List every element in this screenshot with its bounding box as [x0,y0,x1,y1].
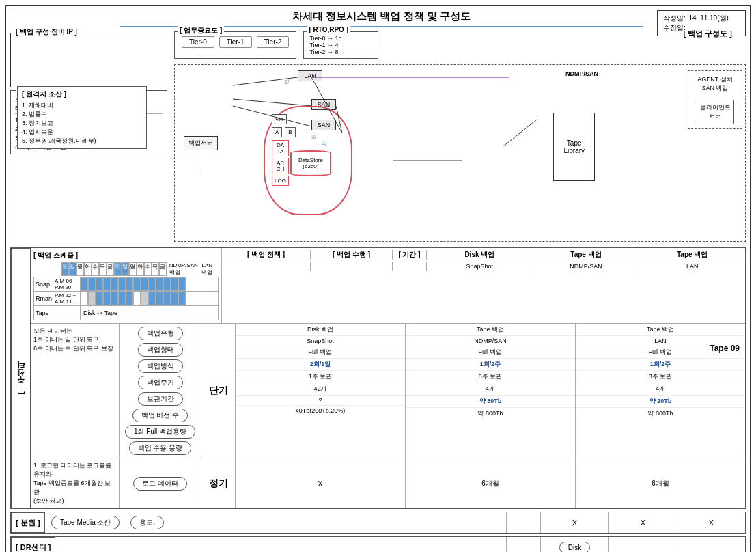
agent-label: AGENT 설치SAN 백업 [692,75,738,93]
dr-content [55,537,506,552]
tape-ndmp-column: Tape 백업 NDMP/SAN Full 백업 1회/2주 8주 보관 4개 … [406,324,576,458]
tier-1: Tier-1 [219,36,252,48]
day-sun2: 일 [122,262,129,276]
dr-columns: Disk [506,537,745,552]
ndmp-row-6: 4개 [406,383,575,396]
yongdo-btn[interactable]: 용도: [130,516,164,529]
day-sat1: 토 [61,262,69,276]
num-2: 2/ [284,79,290,85]
day-wed1: 수 [92,262,99,276]
node-b: B [285,127,295,137]
day-thu1: 목 [99,262,107,276]
remote-item-4: 4. 업지속운 [22,128,142,137]
tape-ndmp-header: Tape 백업 [533,250,640,260]
day-fri2: 금 [159,262,167,276]
agent-section-box: AGENT 설치SAN 백업 클라이언트서버 [688,70,742,129]
remote-item-5: 5. 정부권고(국정원,미래부) [22,137,142,146]
disk-column: Disk 백업 SnapShot Full 백업 2회/1일 1주 보관 42개… [236,324,406,458]
schedule-label: [ 백업 스케줄 ] [33,251,219,260]
dr-disk-btn[interactable]: Disk [559,542,590,552]
schedule-header: 토 일 월 화 수 목 금 토 일 월 화 수 목 [33,262,219,276]
btn-backup-method[interactable]: 백업방식 [138,359,183,373]
lan-row-5: 8주 보관 [576,371,745,383]
subheaders-row: SnapShot NDMP/SAN LAN [222,262,745,271]
bunwon-content: Tape Media 소산 용도: [45,512,506,533]
execution-header: [ 백업 수행 ] [311,250,393,260]
dr-disk-cell: Disk [540,537,608,552]
svg-line-7 [503,120,537,147]
tape-action: Disk -> Tape [81,309,120,317]
btn-total-size[interactable]: 백업 수용 용량 [129,441,192,455]
period-junggi-cell: 정기 [201,458,236,508]
dr-lan-cell [677,537,745,552]
lan-row-4: 1회/2주 [576,359,745,371]
data-rows-area: 모든 데이터는 1주 이내는 일 단위 복구 6수 이내는 수 단위 복구 보장… [31,324,745,458]
yongdo-label: 용도: [130,515,165,530]
ip-box: [ 백업 구성 장비 IP ] [10,33,167,87]
disk-row-8: 40Tb(200Tb,20%) [236,406,405,415]
tape-sched-label: Tape [34,309,53,317]
btn-backup-cycle[interactable]: 백업주기 [138,376,183,389]
ndmp-san-label-diagram: NDMP/SAN [565,70,598,77]
day-fri1: 금 [107,262,114,276]
log-btn-cell: 로그 데이터 [120,458,201,508]
ip-box-label: [ 백업 구성 장비 IP ] [14,27,79,37]
ndmp-row-3: Full 백업 [406,346,575,359]
log-policy-cell: 1. 로그형 데이터는 로그볼륨 유지와Tape 백업종료를 6개월간 보관(보… [31,458,120,508]
day-mon1: 월 [76,262,84,276]
rto-rpo-item-1: Tier-0 → 1h [309,35,372,42]
disk-row-7: ? [236,396,405,406]
rman-row: Rman P.M 22 ~A.M 11 [33,292,219,306]
btn-retention[interactable]: 보관기간 [138,392,183,406]
log-data-button[interactable]: 로그 데이터 [133,477,187,491]
backup-config-label: [ 백업 구성도 ] [684,29,733,39]
day-tue2: 화 [137,262,144,276]
tape-media-btn[interactable]: Tape Media 소산 [51,516,120,529]
ndmp-san-sched-label: NDMP/SAN 백업 [169,262,199,276]
snap-label: Snap [34,280,53,288]
tier-0: Tier-0 [182,36,214,48]
tape-09-label: Tape 09 [710,344,740,353]
dr-label: [ DR센터 ] [11,537,55,552]
bunwon-row: [ 분원 ] Tape Media 소산 용도: X X X [10,512,746,534]
main-center-label: [ 주센터 ] [11,248,31,508]
policy-desc-text: 모든 데이터는 1주 이내는 일 단위 복구 6수 이내는 수 단위 복구 보장 [33,327,116,353]
bunwon-disk-x: X [540,512,608,533]
disk-row-6: 42개 [236,383,405,396]
bunwon-ndmp-x: X [608,512,677,533]
tape-row: Tape Disk -> Tape [33,306,219,320]
log-disk-cell: X [236,458,406,508]
tape-library-box: TapeLibrary [553,113,595,181]
period-junggi-label: 정기 [209,478,228,490]
page-title: 차세대 정보시스템 백업 정책 및 구성도 [120,10,643,27]
tape-lan-header: Tape 백업 [639,250,745,260]
btn-backup-type[interactable]: 백업유형 [138,327,183,340]
rman-time: P.M 22 ~A.M 11 [53,292,81,305]
disk-row-4: 2회/1일 [236,359,405,371]
ndmp-row-2: NDMP/SAN [406,336,575,346]
rto-rpo-label: [ RTO,RPO ] [307,26,350,33]
remote-site-label: [ 원격지 소산 ] [22,89,142,99]
log-lan-cell: 6개월 [576,458,745,508]
policy-header: [ 백업 정책 ] [222,250,311,260]
client-server-box: 클라이언트서버 [697,100,734,124]
vm-node: VM [272,114,287,124]
snapshot-cell: SnapShot [427,262,533,271]
lan-row-1: Tape 백업 [576,324,745,336]
btn-backup-form[interactable]: 백업형태 [138,343,183,357]
schedule-row: [ 백업 스케줄 ] 토 일 월 화 수 목 금 토 [31,248,745,324]
bunwon-period-spacer [506,512,540,533]
lan-node: LAN [298,70,322,81]
remote-site-section: [ 원격지 소산 ] 1. 재해대비 2. 법률수 3. 장기보고 4. 업지속… [17,86,147,149]
red-oval-cluster: VM A B DATA ARCH LOG DataSto [264,106,352,215]
lan-row-6: 4개 [576,383,745,396]
btn-version-count[interactable]: 백업 버전 수 [132,409,188,422]
snap-row: Snap A.M 06P.M 20 [33,277,219,292]
btn-full-size[interactable]: 1회 Full 백업용량 [125,425,195,439]
snap-cells [81,277,186,291]
created-date: 작성일: '14. 11.10(월) [663,14,740,23]
remote-item-2: 2. 법률수 [22,110,142,119]
day-wed2: 수 [144,262,152,276]
log-ndmp-cell: 6개월 [406,458,576,508]
dr-period-spacer [506,537,540,552]
